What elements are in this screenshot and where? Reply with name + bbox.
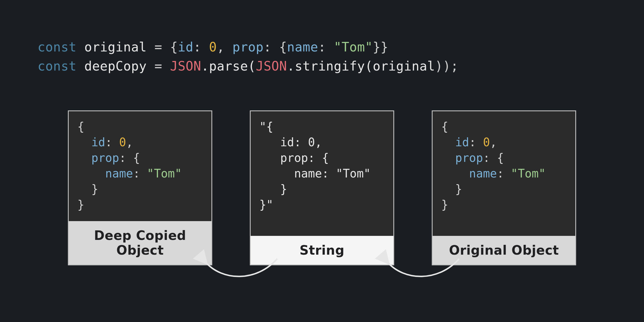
brace-close: }: [91, 182, 98, 196]
panel-string-caption: String: [251, 236, 393, 264]
string-line: }: [259, 182, 287, 196]
brace-open: {: [133, 151, 140, 164]
prop-name: name: [287, 40, 318, 54]
brace-open: {: [170, 40, 178, 54]
panel-deep-caption: Deep Copied Object: [69, 221, 211, 264]
colon: :: [497, 167, 511, 180]
assign-eq: =: [147, 59, 170, 73]
panel-deep-body: { id: 0, prop: { name: "Tom" } }: [69, 111, 211, 221]
code-line-1: const original = {id: 0, prop: {name: "T…: [38, 38, 618, 57]
string-line: prop: {: [259, 151, 329, 164]
panels-row: { id: 0, prop: { name: "Tom" } } Deep Co…: [26, 110, 618, 265]
class-json: JSON: [170, 59, 201, 73]
identifier-deepcopy: deepCopy: [84, 59, 147, 73]
string-tom: "Tom": [511, 167, 546, 180]
brace-open: {: [77, 120, 84, 133]
brace-close: }: [441, 198, 448, 211]
string-line: id: 0,: [259, 136, 322, 149]
string-tom: "Tom": [147, 167, 182, 180]
colon: :: [318, 40, 334, 54]
brace-open: {: [441, 120, 448, 133]
comma: ,: [490, 136, 497, 149]
colon: :: [264, 40, 279, 54]
class-json: JSON: [256, 59, 287, 73]
identifier-original: original: [84, 40, 147, 54]
colon: :: [193, 40, 209, 54]
diagram-stage: const original = {id: 0, prop: {name: "T…: [0, 0, 644, 322]
panel-original-body: { id: 0, prop: { name: "Tom" } }: [433, 111, 575, 236]
brace-close: }: [455, 182, 462, 196]
colon: :: [105, 136, 119, 149]
paren-close: ));: [435, 59, 459, 73]
method-stringify: .stringify(: [287, 59, 373, 73]
brace-close: }: [381, 40, 388, 54]
code-line-2: const deepCopy = JSON.parse(JSON.stringi…: [38, 57, 618, 76]
colon: :: [469, 136, 483, 149]
prop-prop: prop: [455, 151, 483, 164]
prop-prop: prop: [232, 40, 264, 54]
panel-original: { id: 0, prop: { name: "Tom" } } Origina…: [432, 110, 576, 265]
colon: :: [119, 151, 133, 164]
panel-original-caption: Original Object: [433, 236, 575, 264]
prop-id: id: [178, 40, 193, 54]
brace-close: }: [77, 198, 84, 211]
colon: :: [483, 151, 497, 164]
number-zero: 0: [119, 136, 126, 149]
prop-id: id: [91, 136, 105, 149]
prop-prop: prop: [91, 151, 119, 164]
identifier-original: original: [373, 59, 435, 73]
brace-close: }: [373, 40, 381, 54]
prop-name: name: [105, 167, 133, 180]
comma: ,: [126, 136, 133, 149]
string-line: }": [259, 198, 273, 211]
prop-name: name: [469, 167, 497, 180]
keyword-const: const: [38, 40, 84, 54]
brace-open: {: [279, 40, 287, 54]
comma: ,: [217, 40, 232, 54]
assign-eq: =: [147, 40, 170, 54]
colon: :: [133, 167, 147, 180]
string-tom: "Tom": [334, 40, 373, 54]
brace-open: {: [497, 151, 504, 164]
string-line: "{: [259, 120, 273, 133]
prop-id: id: [455, 136, 469, 149]
number-zero: 0: [209, 40, 217, 54]
method-parse: .parse(: [201, 59, 256, 73]
code-block: const original = {id: 0, prop: {name: "T…: [26, 38, 618, 76]
number-zero: 0: [483, 136, 490, 149]
string-line: name: "Tom": [259, 167, 371, 180]
panel-string: "{ id: 0, prop: { name: "Tom" } }" Strin…: [250, 110, 394, 265]
panel-deep-copied: { id: 0, prop: { name: "Tom" } } Deep Co…: [68, 110, 212, 265]
panel-string-body: "{ id: 0, prop: { name: "Tom" } }": [251, 111, 393, 236]
keyword-const: const: [38, 59, 84, 73]
